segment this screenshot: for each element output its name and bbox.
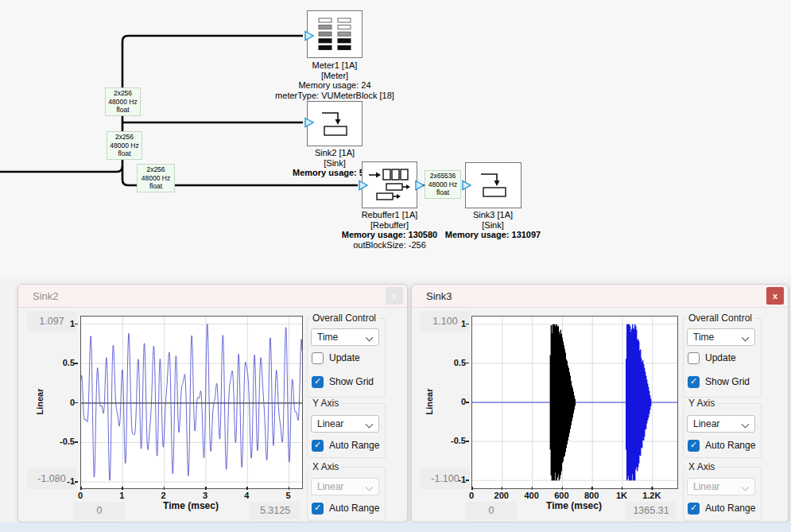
group-label-y-axis: Y Axis [686,398,717,409]
y-auto-range-checkbox[interactable]: Auto Range [688,439,755,452]
y-axis-label: Linear [35,362,46,441]
sink-icon [316,111,354,138]
x-end-readout: 5.3125 [250,502,301,519]
block-diagram: 2x256 48000 Hz float 2x256 48000 Hz floa… [0,0,791,277]
group-label-y-axis: Y Axis [310,398,341,409]
window-title: Sink3 [426,290,452,302]
y-tick-labels: 10.50-0.5-1 [443,316,468,487]
y-tick-label: 1 [461,319,466,328]
checkbox-box[interactable] [312,503,324,515]
y-tick-label: 0.5 [63,358,75,367]
block-label-meter1: Meter1 [1A] [Meter] Memory usage: 24 met… [263,60,406,100]
checkbox-box[interactable] [688,376,700,388]
x-scale-dropdown[interactable]: Linear [311,478,379,495]
checkbox-box[interactable] [688,440,700,452]
x-auto-range-checkbox[interactable]: Auto Range [688,502,755,515]
window-title: Sink2 [33,290,59,302]
y-tick-labels: 10.50-0.5-1 [52,316,77,487]
x-end-readout: 1365.31 [626,502,677,519]
x-scale-dropdown[interactable]: Linear [687,478,755,495]
x-tick-labels: 012345 [80,487,301,500]
y-tick-label: 0 [461,397,466,406]
x-tick-label: 5 [286,491,291,500]
scope-window-sink3: Sink3 x 1.100 -1.100 Linear 10.50-0.5-1 … [411,284,789,522]
block-label-rebuffer1: Rebuffer1 [1A] [Rebuffer] Memory usage: … [326,210,453,250]
block-sink2[interactable] [307,101,363,146]
y-tick-label: -0.5 [451,436,466,445]
update-checkbox[interactable]: Update [688,351,736,364]
checkbox-box[interactable] [688,352,700,364]
wire-label: 2x256 48000 Hz float [107,131,142,160]
group-label-x-axis: X Axis [686,461,717,472]
checkbox-box[interactable] [312,352,324,364]
show-grid-checkbox[interactable]: Show Grid [312,375,374,388]
y-tick-label: 0.5 [454,358,466,367]
wire-label: 2x256 48000 Hz float [137,164,175,192]
taskbar-edge-strip [0,522,791,532]
block-meter1[interactable] [307,10,363,58]
x-auto-range-checkbox[interactable]: Auto Range [312,502,379,515]
group-label-overall: Overall Control [310,313,378,324]
y-axis-label: Linear [425,362,436,441]
y-scale-dropdown[interactable]: Linear [687,415,755,433]
x-tick-label: 1.2K [642,491,661,500]
y-tick-label: 0 [70,398,75,407]
show-grid-checkbox[interactable]: Show Grid [688,375,750,388]
chevron-down-icon [366,483,374,491]
x-tick-labels: 02004006008001K1.2K [471,487,677,500]
y-auto-range-checkbox[interactable]: Auto Range [312,439,379,452]
wire-label: 2x65536 48000 Hz float [425,170,461,199]
group-label-x-axis: X Axis [310,461,341,472]
chevron-down-icon [742,334,750,342]
time-dropdown[interactable]: Time [687,328,755,346]
y-tick-label: 1 [70,319,75,328]
x-tick-label: 3 [203,491,207,500]
x-tick-label: 1 [119,491,124,500]
vu-meter-icon [316,17,353,52]
chevron-down-icon [366,421,374,429]
block-rebuffer1[interactable] [362,161,417,208]
window-titlebar[interactable]: Sink3 x [412,285,788,308]
x-start-readout: 0 [466,502,517,519]
chevron-down-icon [742,421,750,429]
checkbox-box[interactable] [312,376,324,388]
waveform-plot[interactable] [80,316,303,489]
y-tick-label: -1 [458,475,466,484]
window-titlebar[interactable]: Sink2 x [18,285,407,308]
app-canvas: 2x256 48000 Hz float 2x256 48000 Hz floa… [0,0,791,532]
sink-icon [475,172,513,199]
close-icon[interactable]: x [766,287,784,305]
scope-window-sink2: Sink2 x 1.097 -1.080 Linear 10.50-0.5-1 … [17,284,408,522]
waveform-plot[interactable] [471,316,678,489]
x-tick-label: 400 [524,491,538,500]
x-tick-label: 0 [469,491,474,500]
y-tick-label: -0.5 [60,437,75,446]
x-tick-label: 0 [78,491,83,500]
y-tick-label: -1 [67,476,75,486]
wire-label: 2x256 48000 Hz float [105,87,141,116]
x-tick-label: 600 [554,491,568,500]
x-tick-label: 800 [584,491,599,500]
block-sink3[interactable] [465,162,522,208]
time-dropdown[interactable]: Time [311,328,379,346]
x-tick-label: 1K [616,491,627,500]
chevron-down-icon [366,334,374,342]
block-label-sink3: Sink3 [1A] [Sink] Memory usage: 131097 [437,210,549,240]
y-scale-dropdown[interactable]: Linear [311,415,379,433]
group-label-overall: Overall Control [686,313,754,324]
checkbox-box[interactable] [312,440,324,452]
rebuffer-icon [367,168,412,203]
close-icon[interactable]: x [386,287,403,305]
x-tick-label: 2 [161,491,166,500]
update-checkbox[interactable]: Update [312,351,360,364]
x-tick-label: 4 [244,491,249,500]
x-tick-label: 200 [494,491,509,500]
chevron-down-icon [742,483,750,491]
checkbox-box[interactable] [688,503,700,515]
x-start-readout: 0 [74,502,125,519]
